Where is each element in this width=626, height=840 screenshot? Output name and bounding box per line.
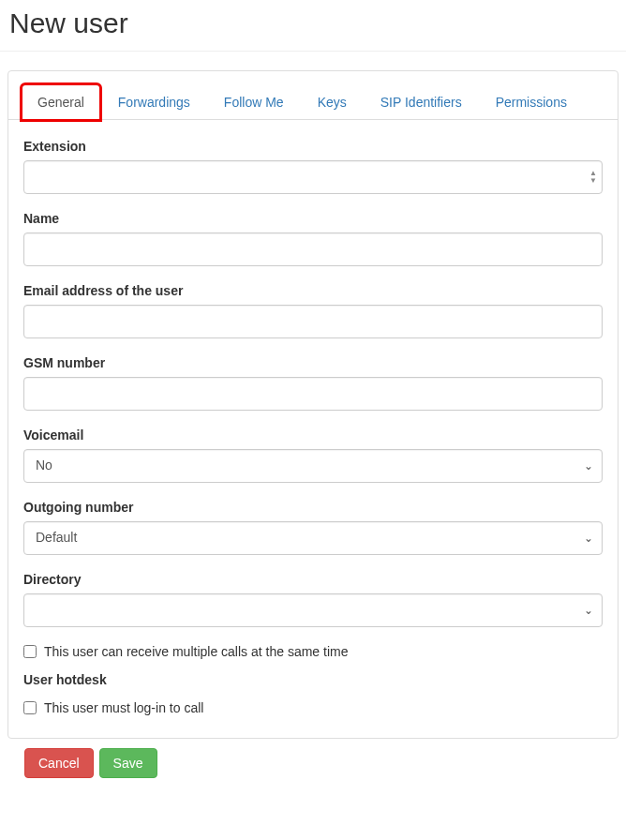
button-row: Cancel Save — [0, 748, 626, 778]
gsm-input[interactable] — [23, 377, 603, 411]
multicalls-label: This user can receive multiple calls at … — [44, 644, 348, 659]
email-label: Email address of the user — [23, 283, 603, 298]
name-input[interactable] — [23, 232, 603, 266]
multicalls-checkbox[interactable] — [23, 645, 37, 658]
name-label: Name — [23, 211, 603, 226]
email-group: Email address of the user — [23, 283, 603, 338]
tab-keys[interactable]: Keys — [302, 84, 363, 119]
gsm-label: GSM number — [23, 355, 603, 370]
save-button[interactable]: Save — [99, 748, 157, 778]
directory-select[interactable] — [23, 593, 603, 627]
email-input[interactable] — [23, 305, 603, 338]
form-panel: General Forwardings Follow Me Keys SIP I… — [7, 70, 619, 739]
voicemail-select[interactable]: No — [23, 449, 603, 483]
cancel-button[interactable]: Cancel — [24, 748, 94, 778]
voicemail-label: Voicemail — [23, 428, 603, 442]
tab-bar: General Forwardings Follow Me Keys SIP I… — [8, 71, 618, 120]
extension-label: Extension — [23, 139, 603, 154]
hotdesk-login-row: This user must log-in to call — [23, 700, 603, 715]
directory-group: Directory ⌄ — [23, 572, 603, 627]
directory-label: Directory — [23, 572, 603, 587]
page-title: New user — [0, 0, 626, 52]
multicalls-row: This user can receive multiple calls at … — [23, 644, 603, 659]
form-body: Extension ▲▼ Name Email address of the u… — [8, 120, 618, 738]
tab-permissions[interactable]: Permissions — [480, 84, 583, 119]
gsm-group: GSM number — [23, 355, 603, 411]
extension-group: Extension ▲▼ — [23, 139, 603, 194]
hotdesk-heading: User hotdesk — [23, 672, 603, 687]
tab-forwardings[interactable]: Forwardings — [102, 84, 206, 119]
tab-sip-identifiers[interactable]: SIP Identifiers — [365, 84, 478, 119]
outgoing-select[interactable]: Default — [23, 521, 603, 555]
outgoing-label: Outgoing number — [23, 500, 603, 515]
tab-follow-me[interactable]: Follow Me — [208, 84, 300, 119]
hotdesk-login-label: This user must log-in to call — [44, 700, 203, 715]
tab-general[interactable]: General — [22, 84, 100, 120]
name-group: Name — [23, 211, 603, 266]
hotdesk-login-checkbox[interactable] — [23, 701, 37, 714]
voicemail-group: Voicemail No ⌄ — [23, 428, 603, 483]
outgoing-group: Outgoing number Default ⌄ — [23, 500, 603, 555]
spinner-icon[interactable]: ▲▼ — [589, 170, 597, 185]
extension-input[interactable] — [23, 160, 603, 194]
